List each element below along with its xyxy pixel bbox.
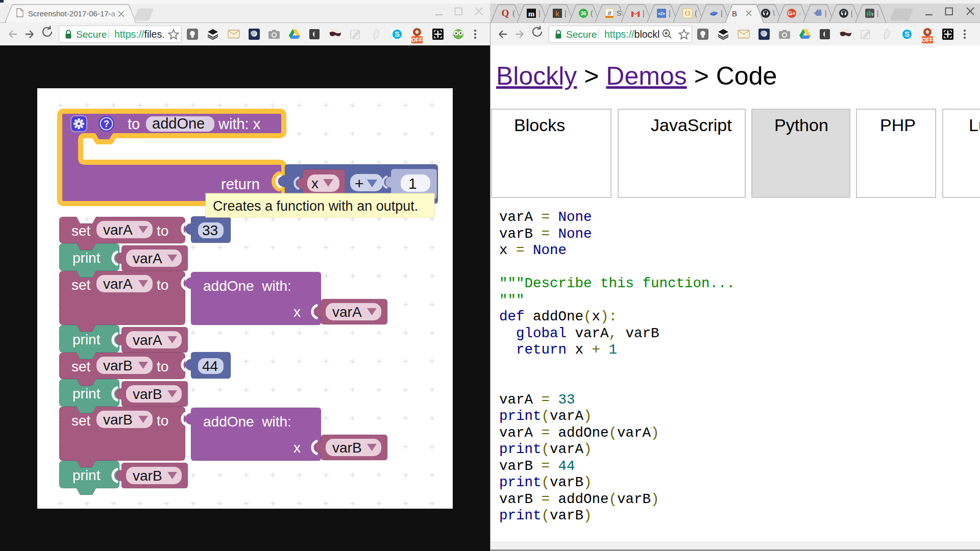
svg-text:x: x xyxy=(293,440,301,456)
svg-text:Secure: Secure xyxy=(566,29,597,40)
svg-text:S: S xyxy=(904,30,910,38)
svg-text:+: + xyxy=(355,175,364,192)
svg-text:to: to xyxy=(128,116,140,132)
svg-text:varB: varB xyxy=(133,386,162,402)
svg-text:set: set xyxy=(71,413,91,429)
svg-text:varA: varA xyxy=(133,332,162,348)
svg-text:varA: varA xyxy=(332,304,362,320)
svg-text:S: S xyxy=(395,30,400,38)
svg-text:set: set xyxy=(71,223,91,239)
svg-text:to: to xyxy=(157,223,168,239)
svg-text:addOne with:: addOne with: xyxy=(203,414,291,430)
svg-text:Creates a function with an out: Creates a function with an output. xyxy=(213,198,418,214)
svg-text:to: to xyxy=(157,359,168,374)
svg-text:addOne: addOne xyxy=(152,115,205,132)
svg-text:with: x: with: x xyxy=(218,116,261,132)
svg-text:addOne with:: addOne with: xyxy=(203,278,291,294)
svg-text:varA: varA xyxy=(103,276,133,292)
svg-text:set: set xyxy=(71,277,91,293)
svg-text:set: set xyxy=(71,359,91,374)
svg-text:https://blockl: https://blockl xyxy=(604,29,659,40)
svg-text:varB: varB xyxy=(103,358,133,373)
svg-text:x: x xyxy=(293,304,301,320)
svg-text:OFF: OFF xyxy=(411,37,423,43)
svg-text:33: 33 xyxy=(202,222,218,238)
svg-text:return: return xyxy=(221,176,260,192)
svg-text:varB: varB xyxy=(332,440,362,456)
svg-text:print: print xyxy=(72,467,101,483)
svg-text:print: print xyxy=(72,332,101,347)
svg-text:1: 1 xyxy=(408,175,417,192)
svg-text:x: x xyxy=(311,176,318,191)
svg-text:to: to xyxy=(157,413,168,429)
svg-text:print: print xyxy=(72,250,101,266)
svg-text:OFF: OFF xyxy=(922,37,933,43)
svg-text:varB: varB xyxy=(133,468,162,484)
svg-text:varA: varA xyxy=(133,251,162,266)
svg-text:https://files.: https://files. xyxy=(114,29,165,40)
svg-text:varB: varB xyxy=(103,412,133,428)
svg-text:44: 44 xyxy=(202,358,218,374)
svg-text:varA: varA xyxy=(103,222,133,238)
svg-text:?: ? xyxy=(104,119,109,129)
svg-text:print: print xyxy=(72,386,101,402)
svg-text:Secure: Secure xyxy=(76,29,107,40)
svg-text:to: to xyxy=(157,277,168,293)
